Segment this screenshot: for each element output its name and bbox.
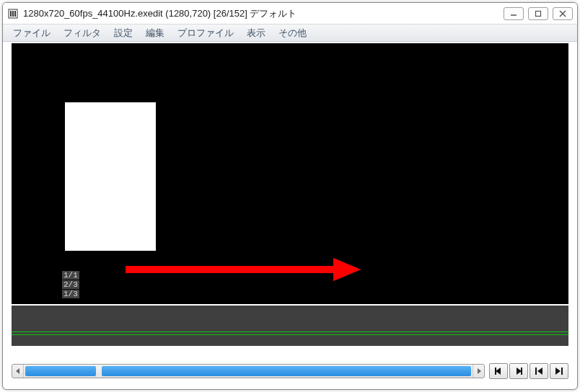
seek-scrollbar[interactable] — [12, 364, 485, 378]
minimize-button[interactable] — [504, 7, 524, 20]
goto-start-button[interactable] — [530, 363, 548, 379]
frame-info-line: 2/3 — [62, 280, 79, 289]
step-forward-button[interactable] — [509, 363, 528, 379]
svg-rect-2 — [12, 11, 14, 17]
bottom-bar — [12, 359, 568, 383]
menu-view[interactable]: 表示 — [241, 24, 271, 42]
titlebar[interactable]: 1280x720_60fps_44100Hz.exedit (1280,720)… — [3, 3, 577, 24]
preview-object-white-rect — [65, 102, 156, 251]
preview-viewport[interactable]: 1/1 2/3 1/3 — [12, 43, 568, 304]
svg-rect-1 — [10, 11, 12, 17]
scroll-right-button[interactable] — [473, 365, 484, 378]
timeline-marker-line — [12, 331, 568, 332]
scroll-thumb-segment[interactable] — [25, 366, 96, 376]
svg-marker-13 — [478, 368, 481, 374]
svg-marker-12 — [16, 368, 19, 374]
menubar: ファイル フィルタ 設定 編集 プロファイル 表示 その他 — [3, 24, 577, 42]
scroll-thumb-segment[interactable] — [102, 366, 471, 376]
frame-info-overlay: 1/1 2/3 1/3 — [62, 270, 79, 298]
menu-other[interactable]: その他 — [273, 24, 312, 42]
maximize-button[interactable] — [528, 7, 548, 20]
timeline-marker-line — [12, 334, 568, 335]
menu-settings[interactable]: 設定 — [108, 24, 139, 42]
scroll-left-button[interactable] — [12, 365, 24, 378]
svg-marker-19 — [537, 368, 542, 375]
menu-profile[interactable]: プロファイル — [172, 24, 240, 42]
svg-rect-15 — [495, 368, 496, 375]
step-back-button[interactable] — [489, 363, 508, 379]
svg-rect-20 — [561, 368, 563, 375]
svg-marker-21 — [555, 368, 561, 375]
menu-filter[interactable]: フィルタ — [58, 24, 107, 42]
svg-rect-18 — [535, 368, 537, 375]
svg-rect-17 — [521, 368, 522, 375]
timeline-strip[interactable] — [12, 306, 568, 346]
frame-info-line: 1/3 — [62, 290, 79, 298]
window-controls — [504, 7, 573, 20]
playback-controls — [489, 363, 568, 379]
svg-marker-14 — [496, 368, 501, 375]
scroll-thumb-track[interactable] — [25, 366, 471, 376]
menu-file[interactable]: ファイル — [7, 24, 56, 42]
frame-info-line: 1/1 — [62, 271, 79, 280]
app-icon — [7, 8, 19, 19]
close-button[interactable] — [553, 7, 573, 20]
svg-rect-3 — [14, 11, 16, 17]
window-frame: 1280x720_60fps_44100Hz.exedit (1280,720)… — [2, 2, 578, 390]
menu-edit[interactable]: 編集 — [140, 24, 170, 42]
svg-rect-5 — [536, 11, 541, 16]
svg-marker-16 — [517, 368, 522, 375]
window-title: 1280x720_60fps_44100Hz.exedit (1280,720)… — [23, 7, 504, 20]
goto-end-button[interactable] — [550, 363, 568, 379]
